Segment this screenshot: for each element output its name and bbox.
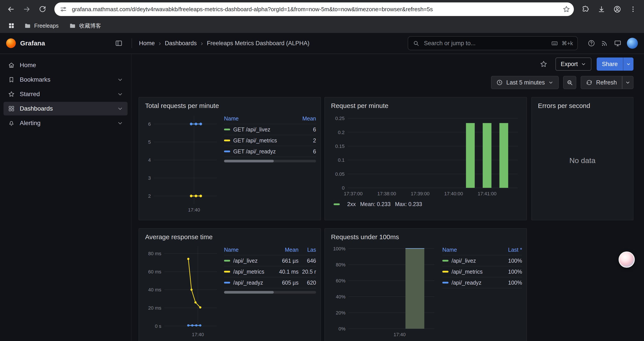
panel-title[interactable]: Request per minute: [331, 101, 522, 111]
svg-text:2: 2: [148, 193, 151, 199]
legend-series-name[interactable]: GET /api/_livez: [233, 126, 270, 133]
grafana-logo[interactable]: [6, 38, 16, 48]
legend-column-header[interactable]: Las: [298, 247, 316, 253]
line-chart: 0 s20 ms40 ms60 ms80 ms17:40: [143, 243, 220, 340]
svg-text:17:38:00: 17:38:00: [377, 191, 396, 196]
svg-text:0.1: 0.1: [338, 157, 344, 163]
share-menu-caret-icon[interactable]: [623, 58, 634, 71]
svg-text:60%: 60%: [336, 278, 346, 283]
legend-series-name[interactable]: /api/_readyz: [452, 279, 481, 286]
sidebar-item-alerting[interactable]: Alerting: [4, 116, 128, 130]
legend-row[interactable]: GET /api/_metrics2: [224, 135, 316, 146]
browser-profile-icon[interactable]: [610, 2, 625, 17]
legend-column-header[interactable]: Name: [224, 247, 273, 253]
legend-row[interactable]: /api/_readyz100%: [442, 277, 522, 288]
favorite-star-icon[interactable]: [537, 58, 550, 71]
browser-back-icon[interactable]: [4, 2, 18, 17]
legend-series-name[interactable]: 2xx: [347, 201, 356, 207]
legend-row[interactable]: GET /api/_readyz6: [224, 146, 316, 157]
mega-menu-toggle-icon[interactable]: [112, 37, 126, 50]
user-avatar[interactable]: [627, 38, 638, 49]
news-rss-icon[interactable]: [598, 37, 611, 50]
legend-series-name[interactable]: /api/_livez: [452, 258, 476, 264]
series-color-dash: [334, 203, 340, 205]
apps-grid-icon[interactable]: [5, 20, 18, 32]
help-icon[interactable]: [585, 37, 598, 50]
legend-row[interactable]: GET /api/_livez6: [224, 124, 316, 135]
search-input[interactable]: [423, 40, 548, 47]
legend-series-name[interactable]: /api/_readyz: [233, 279, 263, 286]
screen-share-icon[interactable]: [611, 37, 624, 50]
browser-menu-icon[interactable]: [626, 2, 640, 17]
chevron-down-icon: [548, 80, 554, 85]
legend-series-name[interactable]: /api/_metrics: [233, 269, 264, 275]
breadcrumb-home[interactable]: Home: [139, 40, 155, 47]
svg-text:5: 5: [148, 139, 151, 145]
sidebar-item-label: Starred: [20, 91, 40, 98]
legend-scrollbar[interactable]: [224, 291, 316, 294]
share-button[interactable]: Share: [597, 58, 623, 71]
sidebar-item-home[interactable]: Home: [4, 58, 128, 72]
series-color-dash: [224, 271, 230, 272]
legend-scrollbar[interactable]: [224, 160, 316, 162]
browser-reload-icon[interactable]: [35, 2, 50, 17]
legend-row[interactable]: /api/_metrics100%: [442, 266, 522, 277]
legend-series-name[interactable]: /api/_livez: [233, 258, 258, 264]
panel-title[interactable]: Errors per second: [538, 101, 629, 111]
panel-title[interactable]: Average response time: [145, 232, 316, 242]
bookmarks-bar: Freeleaps 收藏博客: [0, 19, 644, 33]
legend-table: NameMeanGET /api/_livez6GET /api/_metric…: [224, 112, 316, 217]
extensions-icon[interactable]: [578, 2, 593, 17]
sidebar-item-bookmarks[interactable]: Bookmarks: [4, 73, 128, 87]
clock-icon: [496, 79, 503, 86]
grafana-header: Grafana Home › Dashboards › Freeleaps Me…: [0, 33, 644, 54]
sidebar-item-dashboards[interactable]: Dashboards: [4, 102, 128, 115]
omnibox[interactable]: [54, 3, 574, 16]
legend-series-name[interactable]: GET /api/_readyz: [233, 148, 276, 155]
legend-row[interactable]: /api/_livez100%: [442, 255, 522, 266]
legend-table: NameLast */api/_livez100%/api/_metrics10…: [442, 243, 522, 340]
zoom-out-icon[interactable]: [563, 76, 576, 89]
legend-column-header[interactable]: Name: [442, 247, 499, 253]
legend-row[interactable]: /api/_metrics40.1 ms20.5 r: [224, 266, 316, 277]
no-data-message: No data: [536, 112, 629, 209]
panel-title[interactable]: Total requests per minute: [145, 101, 316, 111]
legend-column-header[interactable]: Last *: [499, 247, 522, 253]
refresh-button[interactable]: Refresh: [581, 76, 622, 89]
export-button[interactable]: Export: [556, 58, 592, 71]
search-box[interactable]: ⌘+k: [408, 36, 578, 50]
bookmark-star-icon[interactable]: [562, 5, 570, 13]
legend-series-name[interactable]: GET /api/_metrics: [233, 137, 277, 144]
share-button-group: Share: [597, 58, 634, 71]
svg-text:17:41:00: 17:41:00: [478, 191, 496, 196]
downloads-icon[interactable]: [594, 2, 609, 17]
legend-row[interactable]: /api/_livez661 µs646: [224, 255, 316, 266]
legend-column-header[interactable]: Mean: [273, 247, 298, 253]
svg-text:0.15: 0.15: [335, 144, 344, 149]
bookmark-label: 收藏博客: [79, 22, 101, 30]
star-icon: [8, 91, 15, 98]
breadcrumb-dashboards[interactable]: Dashboards: [165, 40, 197, 47]
bookmark-folder-blogs[interactable]: 收藏博客: [65, 21, 105, 31]
legend-row[interactable]: /api/_readyz605 µs620: [224, 277, 316, 288]
floating-assistant-avatar[interactable]: [618, 251, 635, 268]
bookmark-folder-freeleaps[interactable]: Freeleaps: [20, 21, 62, 31]
grafana-header-left: Grafana: [0, 37, 132, 50]
time-range-picker[interactable]: Last 5 minutes: [491, 76, 559, 89]
sidebar-item-label: Bookmarks: [20, 76, 50, 83]
sidebar-item-starred[interactable]: Starred: [4, 87, 128, 101]
series-color-dash: [224, 282, 230, 283]
legend-series-name[interactable]: /api/_metrics: [452, 269, 483, 275]
legend-column-header[interactable]: Name: [224, 115, 296, 122]
refresh-interval-caret-icon[interactable]: [622, 76, 634, 89]
svg-text:17:40: 17:40: [188, 207, 200, 213]
line-chart: 2345617:40: [143, 112, 220, 217]
home-icon: [8, 62, 15, 69]
url-input[interactable]: [71, 6, 559, 13]
browser-forward-icon[interactable]: [19, 2, 34, 17]
search-icon: [412, 40, 420, 47]
dashboard-toolbar: Export Share: [132, 54, 644, 74]
legend-column-header[interactable]: Mean: [296, 115, 316, 122]
site-settings-icon[interactable]: [60, 6, 68, 13]
panel-title[interactable]: Requests under 100ms: [331, 232, 522, 242]
